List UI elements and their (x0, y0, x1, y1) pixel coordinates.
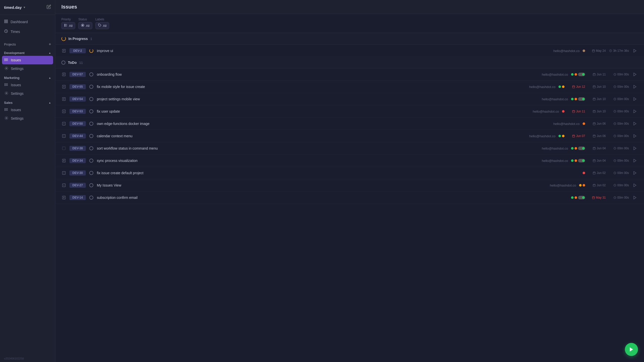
issue-time: 00m 00s (609, 85, 629, 88)
priority-filter-button[interactable]: All (61, 22, 75, 29)
svg-point-17 (5, 85, 5, 86)
svg-point-24 (5, 110, 5, 111)
issue-play-button[interactable] (632, 71, 638, 77)
table-row[interactable]: DEV-38 sort workflow status in command m… (55, 142, 644, 155)
marketing-collapse-icon[interactable]: ▲ (49, 76, 51, 79)
issue-status-icon (89, 97, 94, 102)
issue-time: 00m 00s (609, 184, 629, 187)
sidebar-item-mkt-issues[interactable]: Issues (2, 81, 53, 89)
issue-title: sort workflow status in command menu (97, 146, 532, 150)
issue-title: fix issue create default project (97, 171, 544, 175)
issues-list: In Progress 1 DEV-2 improve ui hello@has… (55, 33, 644, 362)
sales-collapse-icon[interactable]: ▲ (49, 101, 51, 104)
svg-point-22 (5, 108, 5, 109)
mkt-settings-icon (5, 91, 8, 96)
issue-created-date: Jun 06 (588, 122, 606, 125)
table-row[interactable]: DEV-54 project settings mobile view hell… (55, 93, 644, 105)
issue-title: fix user update (97, 109, 523, 113)
table-row[interactable]: DEV-53 fix user update hello@hashdot.co … (55, 105, 644, 118)
sidebar-item-dashboard[interactable]: Dashboard (0, 17, 55, 27)
svg-rect-36 (592, 50, 594, 52)
svg-point-9 (5, 60, 5, 60)
development-header[interactable]: Development ▲ (2, 48, 53, 56)
svg-marker-89 (634, 122, 636, 125)
issue-due-date: Jun 11 (588, 73, 606, 76)
development-collapse-icon[interactable]: ▲ (49, 52, 51, 54)
sidebar-item-dev-settings[interactable]: Settings (2, 64, 53, 73)
issue-play-button[interactable] (632, 108, 638, 114)
issue-play-button[interactable] (632, 182, 638, 188)
issue-type-icon (61, 121, 66, 126)
issue-assignee: hello@hashdot.co (535, 97, 568, 101)
group-header-todo: ToDo 11 (55, 57, 644, 68)
issue-play-button[interactable] (632, 48, 638, 54)
svg-rect-52 (572, 86, 575, 88)
inprogress-status-icon (61, 36, 66, 41)
main-content: Issues Priority All Status (55, 0, 644, 362)
label-dot (571, 73, 574, 76)
issue-play-button[interactable] (632, 121, 638, 127)
settings-icon (5, 66, 8, 71)
table-row[interactable]: DEV-34 sync process visualization hello@… (55, 155, 644, 167)
issue-time: 00m 00s (609, 134, 629, 138)
sales-settings-icon (5, 116, 8, 121)
page-title: Issues (61, 4, 638, 10)
add-project-button[interactable]: + (49, 42, 51, 47)
issue-play-button[interactable] (632, 84, 638, 90)
issue-id-badge: DEV-44 (69, 133, 86, 139)
issue-type-icon (61, 183, 66, 188)
table-row[interactable]: DEV-55 fix mobile style for issue create… (55, 81, 644, 93)
floating-play-button[interactable] (625, 343, 638, 356)
table-row[interactable]: DEV-2 improve ui hello@hashdot.co May 24… (55, 45, 644, 57)
table-row[interactable]: DEV-44 calendar context menu hello@hashd… (55, 130, 644, 142)
svg-rect-84 (593, 123, 595, 125)
issue-play-button[interactable] (632, 96, 638, 102)
version-label: v202406102258 (0, 347, 55, 362)
svg-marker-138 (634, 196, 636, 199)
issue-play-button[interactable] (632, 170, 638, 176)
sidebar-item-sales-issues-label: Issues (11, 108, 21, 112)
table-row[interactable]: DEV-50 own edge-functions docker image h… (55, 118, 644, 130)
marketing-header[interactable]: Marketing ▲ (2, 73, 53, 81)
issue-time: 00m 00s (609, 110, 629, 113)
development-label: Development (4, 51, 25, 55)
svg-rect-76 (593, 110, 595, 113)
issue-play-button[interactable] (632, 158, 638, 164)
table-row[interactable]: DEV-30 fix issue create default project … (55, 167, 644, 179)
issue-play-button[interactable] (632, 195, 638, 201)
issue-play-button[interactable] (632, 133, 638, 139)
issue-type-icon (61, 48, 66, 53)
svg-rect-118 (593, 172, 595, 174)
labels-filter-button[interactable]: All (95, 22, 109, 29)
priority-filter-label: Priority (61, 18, 75, 21)
svg-rect-102 (62, 147, 65, 150)
table-row[interactable]: DEV-27 My Issues View hello@hashdot.co J… (55, 179, 644, 192)
sidebar-item-dev-issues[interactable]: Issues (2, 56, 53, 64)
sidebar-item-dev-settings-label: Settings (11, 67, 24, 71)
sidebar-item-sales-issues[interactable]: Issues (2, 106, 53, 114)
status-filter-button[interactable]: All (78, 22, 92, 29)
issue-date: May 24 (588, 49, 606, 53)
svg-rect-1 (6, 20, 8, 21)
issue-time: 00m 00s (609, 73, 629, 76)
table-row[interactable]: DEV-14 subscription confirm email May 31 (55, 192, 644, 204)
issue-id-badge: DEV-14 (69, 195, 86, 200)
sidebar-item-mkt-settings[interactable]: Settings (2, 89, 53, 98)
svg-rect-126 (593, 184, 595, 187)
edit-icon[interactable] (47, 5, 51, 10)
issue-labels (583, 122, 585, 125)
svg-rect-27 (65, 25, 65, 25)
issue-status-icon (89, 72, 94, 77)
issue-play-button[interactable] (632, 145, 638, 151)
sidebar-item-times[interactable]: Times (0, 27, 55, 36)
label-dot (583, 172, 585, 174)
label-dot (571, 98, 574, 100)
table-row[interactable]: DEV-57 onboarding flow hello@hashdot.co … (55, 68, 644, 81)
sidebar-brand[interactable]: timed.day ▾ (4, 5, 25, 10)
issue-id-badge: DEV-53 (69, 109, 86, 114)
priority-filter-icon (64, 24, 67, 28)
sales-header[interactable]: Sales ▲ (2, 98, 53, 106)
sidebar-item-mkt-issues-label: Issues (11, 83, 21, 87)
label-dot (575, 147, 577, 150)
sidebar-item-sales-settings[interactable]: Settings (2, 114, 53, 123)
